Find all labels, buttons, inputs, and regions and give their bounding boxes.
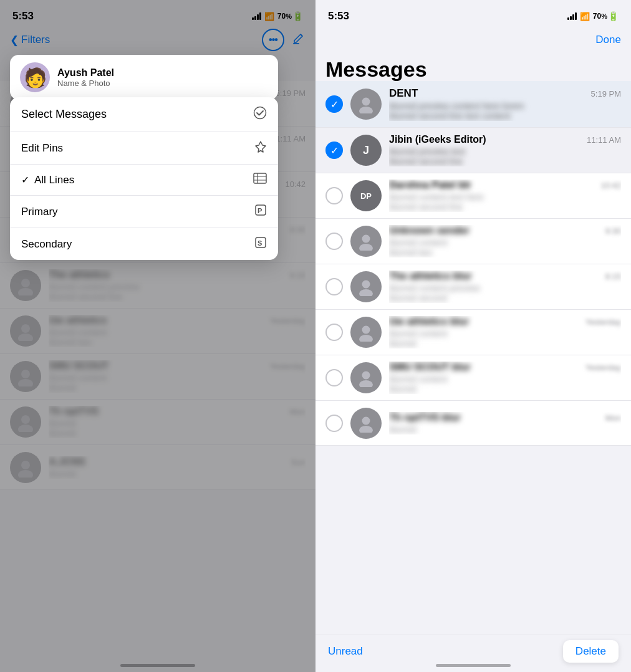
checkmark-circle-icon	[253, 106, 267, 123]
svg-point-26	[362, 235, 370, 243]
right-time: 5:53	[328, 10, 349, 22]
svg-rect-16	[254, 173, 266, 183]
msg-name-dent: DENT	[389, 87, 418, 100]
profile-row[interactable]: 🧑 Ayush Patel Name & Photo	[10, 55, 278, 100]
profile-avatar: 🧑	[20, 62, 50, 92]
done-button[interactable]: Done	[595, 34, 621, 46]
primary-icon: P	[254, 204, 267, 219]
secondary-icon: S	[254, 236, 267, 252]
unread-button[interactable]: Unread	[328, 645, 363, 658]
msg-name-jibin: Jibin (iGeeks Editor)	[389, 134, 486, 145]
primary-label: Primary	[21, 206, 58, 218]
avatar-unknown1	[350, 226, 382, 257]
right-home-bar	[436, 664, 511, 667]
right-status-bar: 5:53 📶 70 % 🔋	[316, 0, 631, 27]
secondary-label: Secondary	[21, 238, 72, 251]
edit-pins-item[interactable]: Edit Pins	[10, 132, 278, 165]
battery-icon: 70 % 🔋	[593, 11, 619, 21]
avatar-uw	[350, 317, 382, 348]
all-lines-label: All Lines	[34, 174, 74, 186]
all-lines-item[interactable]: ✓ All Lines	[10, 165, 278, 196]
msg-content-smu: SMU SCOUT blur Yesterday blurred content…	[389, 362, 621, 394]
message-item-uw[interactable]: Uw athletics blur Yesterday blurred cont…	[316, 310, 631, 355]
msg-content-dent: DENT 5:19 PM blurred preview content her…	[389, 87, 621, 121]
primary-item[interactable]: Primary P	[10, 196, 278, 228]
message-item-dent[interactable]: ✓ DENT 5:19 PM blurred preview content h…	[316, 81, 631, 128]
msg-content-th: Th nptTVS blur Mon blurred	[389, 412, 621, 434]
svg-text:P: P	[258, 207, 262, 214]
msg-content-dp: Darshna Patel blr 10:42 blurred content …	[389, 180, 621, 212]
select-checkbox-th[interactable]	[325, 415, 343, 432]
avatar-th	[350, 408, 382, 439]
right-nav-bar: Done	[316, 27, 631, 55]
edit-pins-label: Edit Pins	[21, 142, 63, 155]
msg-time-dent: 5:19 PM	[591, 89, 621, 98]
select-checkbox-unknown1[interactable]	[325, 233, 343, 250]
lines-icon	[253, 173, 267, 187]
avatar-smu	[350, 362, 382, 393]
checkmark-icon: ✓	[21, 174, 29, 186]
wifi-icon: 📶	[580, 12, 590, 21]
message-item-unknown1[interactable]: Unknown sender 9:30 blurred content blur…	[316, 219, 631, 264]
select-checkbox-smu[interactable]	[325, 369, 343, 386]
profile-subtitle: Name & Photo	[57, 79, 114, 88]
select-checkbox-dp[interactable]	[325, 187, 343, 204]
right-status-icons: 📶 70 % 🔋	[567, 11, 619, 21]
delete-button[interactable]: Delete	[563, 640, 619, 663]
signal-icon	[567, 12, 577, 20]
svg-point-29	[359, 289, 373, 296]
right-phone-panel: 5:53 📶 70 % 🔋 Done Messages ✓	[316, 0, 631, 672]
pin-icon	[254, 140, 267, 156]
msg-content-athletics: The athletics blur 8:15 blurred content …	[389, 271, 621, 303]
svg-point-33	[359, 380, 373, 387]
svg-point-27	[359, 244, 373, 251]
svg-point-32	[362, 372, 370, 380]
select-messages-item[interactable]: Select Messages	[10, 97, 278, 132]
svg-point-31	[359, 335, 373, 342]
profile-info: Ayush Patel Name & Photo	[57, 67, 114, 88]
select-messages-label: Select Messages	[21, 108, 107, 121]
message-item-smu[interactable]: SMU SCOUT blur Yesterday blurred content…	[316, 355, 631, 401]
select-checkbox-dent[interactable]: ✓	[325, 95, 343, 113]
svg-point-34	[362, 416, 370, 425]
select-checkbox-athletics[interactable]	[325, 278, 343, 295]
msg-name-dp: Darshna Patel blr	[389, 180, 471, 191]
message-item-dp[interactable]: DP Darshna Patel blr 10:42 blurred conte…	[316, 173, 631, 219]
svg-point-35	[359, 426, 373, 433]
svg-point-28	[362, 281, 370, 289]
avatar-athletics	[350, 271, 382, 302]
avatar-dp: DP	[350, 180, 382, 211]
avatar-jibin: J	[350, 135, 382, 166]
message-item-th[interactable]: Th nptTVS blur Mon blurred	[316, 401, 631, 446]
avatar-dent	[350, 89, 382, 120]
selection-message-list: ✓ DENT 5:19 PM blurred preview content h…	[316, 81, 631, 635]
profile-name: Ayush Patel	[57, 67, 114, 79]
profile-popup[interactable]: 🧑 Ayush Patel Name & Photo	[10, 55, 278, 100]
left-phone-panel: 5:53 📶 70 % 🔋 ❮ Filters •••	[0, 0, 316, 672]
svg-point-15	[254, 107, 266, 119]
secondary-item[interactable]: Secondary S	[10, 228, 278, 260]
select-checkbox-jibin[interactable]: ✓	[325, 142, 343, 159]
svg-point-25	[359, 107, 373, 113]
context-menu[interactable]: Select Messages Edit Pins ✓ All Lines	[10, 97, 278, 260]
msg-content-jibin: Jibin (iGeeks Editor) 11:11 AM blurred p…	[389, 134, 621, 166]
msg-content-uw: Uw athletics blur Yesterday blurred cont…	[389, 316, 621, 348]
select-checkbox-uw[interactable]	[325, 324, 343, 341]
msg-content-unknown1: Unknown sender 9:30 blurred content blur…	[389, 225, 621, 257]
message-item-jibin[interactable]: ✓ J Jibin (iGeeks Editor) 11:11 AM blurr…	[316, 128, 631, 173]
message-item-athletics[interactable]: The athletics blur 8:15 blurred content …	[316, 264, 631, 310]
msg-time-jibin: 11:11 AM	[587, 135, 621, 145]
svg-point-30	[362, 326, 370, 334]
svg-text:S: S	[258, 239, 262, 247]
svg-point-24	[362, 98, 370, 106]
